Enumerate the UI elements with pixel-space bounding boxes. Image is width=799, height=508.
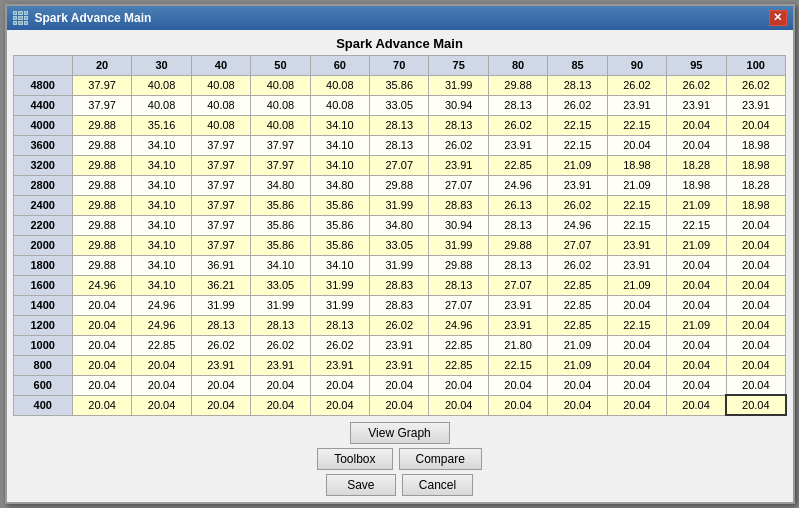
table-cell[interactable]: 34.10	[132, 215, 191, 235]
table-cell[interactable]: 20.04	[370, 375, 429, 395]
table-cell[interactable]: 34.10	[132, 235, 191, 255]
table-cell[interactable]: 20.04	[726, 395, 785, 415]
table-cell[interactable]: 23.91	[607, 235, 666, 255]
table-cell[interactable]: 20.04	[191, 375, 250, 395]
table-cell[interactable]: 34.10	[132, 135, 191, 155]
table-cell[interactable]: 20.04	[488, 395, 547, 415]
save-button[interactable]: Save	[326, 474, 396, 496]
table-cell[interactable]: 23.91	[726, 95, 785, 115]
table-cell[interactable]: 40.08	[251, 115, 310, 135]
table-cell[interactable]: 30.94	[429, 215, 488, 235]
table-cell[interactable]: 31.99	[310, 295, 369, 315]
table-cell[interactable]: 34.10	[310, 155, 369, 175]
close-button[interactable]: ✕	[769, 10, 787, 26]
table-cell[interactable]: 20.04	[548, 395, 607, 415]
table-cell[interactable]: 28.13	[370, 135, 429, 155]
table-cell[interactable]: 20.04	[726, 295, 785, 315]
table-cell[interactable]: 26.02	[607, 75, 666, 95]
table-cell[interactable]: 31.99	[251, 295, 310, 315]
table-cell[interactable]: 20.04	[726, 255, 785, 275]
table-cell[interactable]: 28.13	[429, 115, 488, 135]
table-cell[interactable]: 36.91	[191, 255, 250, 275]
table-cell[interactable]: 20.04	[726, 315, 785, 335]
table-cell[interactable]: 28.13	[429, 275, 488, 295]
table-cell[interactable]: 34.10	[310, 115, 369, 135]
table-cell[interactable]: 23.91	[488, 315, 547, 335]
table-cell[interactable]: 35.86	[251, 215, 310, 235]
table-cell[interactable]: 21.09	[548, 355, 607, 375]
table-cell[interactable]: 27.07	[429, 175, 488, 195]
table-cell[interactable]: 34.10	[132, 255, 191, 275]
table-cell[interactable]: 20.04	[726, 215, 785, 235]
table-cell[interactable]: 29.88	[488, 235, 547, 255]
table-cell[interactable]: 35.86	[310, 235, 369, 255]
table-cell[interactable]: 26.02	[370, 315, 429, 335]
table-cell[interactable]: 21.09	[607, 175, 666, 195]
table-cell[interactable]: 23.91	[607, 95, 666, 115]
table-cell[interactable]: 22.15	[548, 135, 607, 155]
table-cell[interactable]: 24.96	[548, 215, 607, 235]
table-cell[interactable]: 31.99	[191, 295, 250, 315]
table-cell[interactable]: 27.07	[548, 235, 607, 255]
table-cell[interactable]: 21.09	[548, 335, 607, 355]
table-cell[interactable]: 33.05	[370, 95, 429, 115]
table-cell[interactable]: 24.96	[429, 315, 488, 335]
table-cell[interactable]: 29.88	[72, 195, 131, 215]
table-cell[interactable]: 31.99	[370, 195, 429, 215]
table-cell[interactable]: 28.13	[310, 315, 369, 335]
table-cell[interactable]: 20.04	[726, 375, 785, 395]
table-cell[interactable]: 29.88	[72, 175, 131, 195]
table-cell[interactable]: 37.97	[191, 215, 250, 235]
table-cell[interactable]: 22.15	[488, 355, 547, 375]
table-cell[interactable]: 28.83	[370, 295, 429, 315]
table-cell[interactable]: 29.88	[370, 175, 429, 195]
table-cell[interactable]: 20.04	[132, 375, 191, 395]
table-cell[interactable]: 20.04	[607, 135, 666, 155]
table-cell[interactable]: 20.04	[726, 275, 785, 295]
table-cell[interactable]: 20.04	[429, 375, 488, 395]
table-cell[interactable]: 31.99	[370, 255, 429, 275]
table-cell[interactable]: 31.99	[429, 75, 488, 95]
table-cell[interactable]: 23.91	[548, 175, 607, 195]
table-cell[interactable]: 20.04	[132, 355, 191, 375]
table-cell[interactable]: 28.83	[370, 275, 429, 295]
table-cell[interactable]: 22.15	[607, 115, 666, 135]
table-cell[interactable]: 22.15	[548, 115, 607, 135]
cancel-button[interactable]: Cancel	[402, 474, 473, 496]
table-cell[interactable]: 40.08	[132, 95, 191, 115]
table-cell[interactable]: 18.98	[607, 155, 666, 175]
toolbox-button[interactable]: Toolbox	[317, 448, 392, 470]
table-cell[interactable]: 20.04	[370, 395, 429, 415]
table-cell[interactable]: 20.04	[726, 355, 785, 375]
table-cell[interactable]: 40.08	[310, 95, 369, 115]
table-cell[interactable]: 20.04	[667, 135, 726, 155]
table-cell[interactable]: 29.88	[72, 255, 131, 275]
table-cell[interactable]: 28.13	[488, 255, 547, 275]
table-cell[interactable]: 26.02	[548, 95, 607, 115]
table-cell[interactable]: 20.04	[607, 355, 666, 375]
table-cell[interactable]: 18.98	[726, 195, 785, 215]
table-cell[interactable]: 20.04	[607, 375, 666, 395]
table-cell[interactable]: 20.04	[726, 335, 785, 355]
table-cell[interactable]: 22.15	[607, 315, 666, 335]
table-cell[interactable]: 23.91	[488, 295, 547, 315]
table-cell[interactable]: 20.04	[72, 355, 131, 375]
table-cell[interactable]: 22.15	[607, 195, 666, 215]
table-cell[interactable]: 20.04	[607, 295, 666, 315]
table-cell[interactable]: 29.88	[429, 255, 488, 275]
table-cell[interactable]: 26.02	[726, 75, 785, 95]
table-cell[interactable]: 27.07	[370, 155, 429, 175]
table-cell[interactable]: 22.85	[132, 335, 191, 355]
table-cell[interactable]: 35.86	[310, 195, 369, 215]
table-cell[interactable]: 20.04	[72, 315, 131, 335]
table-cell[interactable]: 40.08	[251, 75, 310, 95]
table-cell[interactable]: 22.85	[488, 155, 547, 175]
table-cell[interactable]: 28.13	[370, 115, 429, 135]
table-cell[interactable]: 20.04	[429, 395, 488, 415]
table-cell[interactable]: 35.86	[251, 235, 310, 255]
table-cell[interactable]: 22.85	[429, 335, 488, 355]
table-cell[interactable]: 24.96	[132, 295, 191, 315]
table-cell[interactable]: 20.04	[726, 235, 785, 255]
table-cell[interactable]: 20.04	[548, 375, 607, 395]
table-cell[interactable]: 26.02	[548, 255, 607, 275]
